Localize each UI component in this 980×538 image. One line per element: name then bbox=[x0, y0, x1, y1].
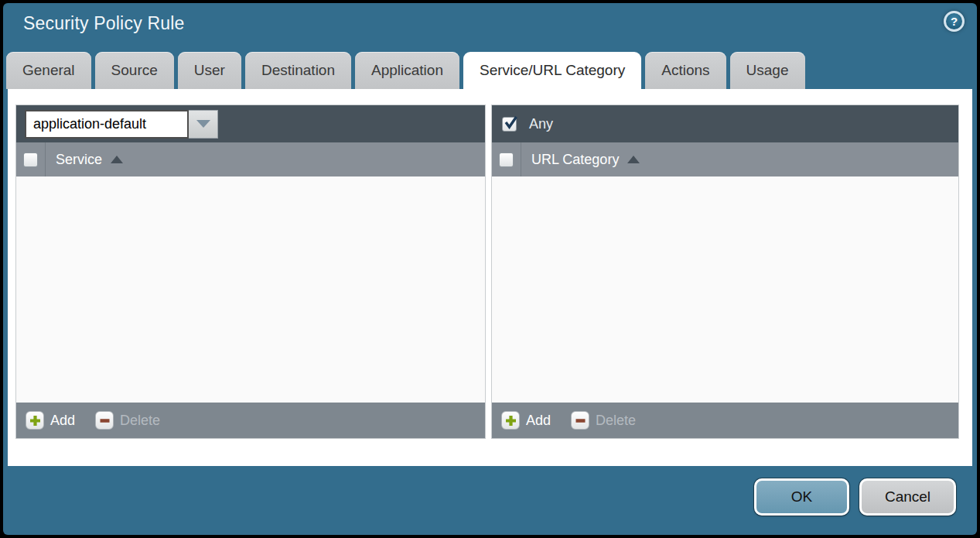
service-footer-bar: Add Delete bbox=[16, 403, 485, 438]
service-add-button[interactable]: Add bbox=[26, 411, 75, 430]
add-icon bbox=[501, 411, 520, 430]
tab-user[interactable]: User bbox=[178, 52, 241, 89]
add-icon bbox=[26, 411, 44, 430]
url-category-footer-bar: Add Delete bbox=[492, 403, 958, 438]
sort-ascending-icon bbox=[111, 156, 123, 163]
help-icon-glyph: ? bbox=[951, 15, 958, 28]
service-column-header-label: Service bbox=[56, 152, 102, 168]
url-category-list[interactable] bbox=[492, 176, 958, 403]
security-policy-rule-dialog: Security Policy Rule ? General Source Us… bbox=[3, 3, 977, 535]
ok-button[interactable]: OK bbox=[754, 478, 849, 516]
tab-actions[interactable]: Actions bbox=[645, 52, 726, 89]
service-list[interactable] bbox=[16, 176, 485, 403]
tab-source[interactable]: Source bbox=[95, 52, 174, 89]
service-type-select-button[interactable] bbox=[189, 110, 218, 139]
url-category-add-label: Add bbox=[526, 413, 551, 429]
service-column-header[interactable]: Service bbox=[45, 142, 485, 176]
url-category-delete-label: Delete bbox=[596, 413, 636, 429]
service-delete-label: Delete bbox=[120, 413, 160, 429]
service-select-all-checkbox[interactable] bbox=[23, 152, 38, 167]
service-toolbar: application-default bbox=[16, 105, 485, 142]
url-category-add-button[interactable]: Add bbox=[501, 411, 551, 430]
any-label: Any bbox=[529, 116, 553, 132]
service-type-select-value[interactable]: application-default bbox=[25, 110, 189, 139]
tab-application[interactable]: Application bbox=[355, 52, 459, 89]
url-category-delete-button[interactable]: Delete bbox=[571, 411, 636, 430]
chevron-down-icon bbox=[196, 120, 210, 128]
url-category-select-all-checkbox[interactable] bbox=[499, 152, 514, 167]
service-select-all-cell bbox=[16, 142, 45, 176]
service-panel: application-default Service bbox=[15, 105, 486, 439]
url-category-select-all-cell bbox=[492, 142, 521, 176]
any-row: Any bbox=[500, 116, 553, 132]
tab-general[interactable]: General bbox=[6, 52, 91, 89]
cancel-button[interactable]: Cancel bbox=[859, 478, 956, 516]
any-checkbox[interactable] bbox=[502, 117, 517, 132]
url-category-column-header-row: URL Category bbox=[492, 142, 958, 176]
service-add-label: Add bbox=[50, 413, 75, 429]
tab-destination[interactable]: Destination bbox=[245, 52, 351, 89]
help-icon[interactable]: ? bbox=[944, 11, 965, 32]
tab-bar: General Source User Destination Applicat… bbox=[6, 52, 805, 89]
url-category-column-header-label: URL Category bbox=[531, 152, 619, 168]
service-column-header-row: Service bbox=[16, 142, 485, 176]
service-type-select[interactable]: application-default bbox=[25, 110, 218, 139]
service-delete-button[interactable]: Delete bbox=[95, 411, 160, 430]
url-category-panel: Any URL Category Add bbox=[491, 105, 959, 439]
dialog-title: Security Policy Rule bbox=[23, 13, 185, 34]
dialog-body: application-default Service bbox=[8, 89, 972, 466]
delete-icon bbox=[95, 411, 114, 430]
tab-usage[interactable]: Usage bbox=[730, 52, 805, 89]
delete-icon bbox=[571, 411, 589, 430]
sort-ascending-icon bbox=[627, 156, 640, 163]
tab-service-url-category[interactable]: Service/URL Category bbox=[463, 52, 641, 89]
url-category-column-header[interactable]: URL Category bbox=[521, 142, 958, 176]
url-category-toolbar: Any bbox=[492, 105, 958, 142]
dialog-button-row: OK Cancel bbox=[754, 478, 956, 516]
